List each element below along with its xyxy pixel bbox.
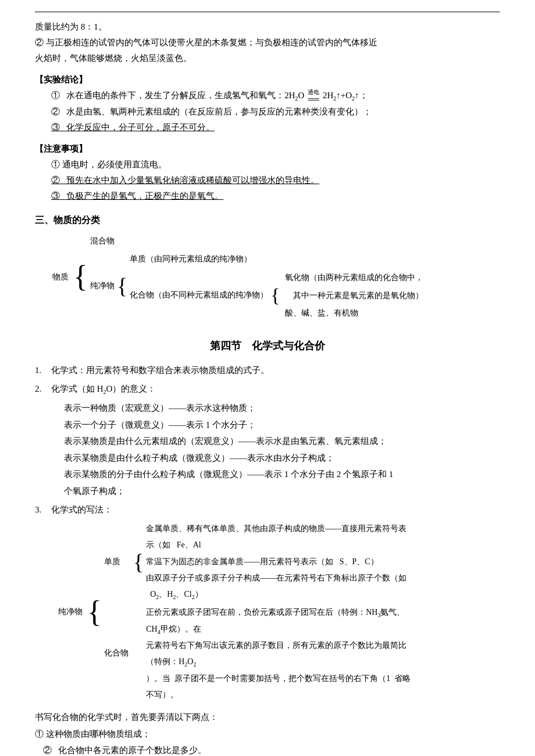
item3-num: 3.	[35, 501, 51, 518]
suanjianyan-label: 酸、碱、盐、有机物	[285, 304, 423, 321]
notice-item2: ② 预先在水中加入少量氢氧化钠溶液或稀硫酸可以增强水的导电性。	[51, 173, 500, 188]
para1-item1: ① 这种物质由哪种物质组成；	[35, 726, 500, 743]
item1-row: 1. 化学式：用元素符号和数字组合来表示物质组成的式子。	[35, 362, 500, 379]
notice-item3: ③ 负极产生的是氢气，正极产生的是氧气。	[51, 188, 500, 204]
hunhe-label: 混合物	[90, 232, 115, 250]
conclusion-item3: ③ 化学反应中，分子可分，原子不可分。	[51, 120, 500, 135]
notice-section: 【注意事项】 ① 通电时，必须使用直流电。 ② 预先在水中加入少量氢氧化钠溶液或…	[35, 141, 500, 204]
danzhi-brace: {	[131, 521, 146, 603]
item2-sub2: 表示一个分子（微观意义）——表示 1 个水分子；	[64, 417, 500, 433]
sub-brace: {	[115, 250, 130, 321]
intro-line2: ② 与正极相连的试管内的气体可以使带火星的木条复燃；与负极相连的试管内的气体移近	[35, 35, 500, 51]
chunjing-label: 纯净物	[90, 250, 115, 321]
intro-line3: 火焰时，气体能够燃烧，火焰呈淡蓝色。	[35, 51, 500, 66]
notice-item1: ① 通电时，必须使用直流电。	[51, 157, 500, 173]
intro-line1: 质量比约为 8：1。	[35, 19, 500, 35]
item3-row: 3. 化学式的写法：	[35, 501, 500, 518]
top-divider	[35, 12, 500, 12]
item2-sub1: 表示一种物质（宏观意义）——表示水这种物质；	[64, 400, 500, 417]
conclusion-title: 【实验结论】	[35, 72, 500, 88]
huahewu-text2: 元素符号右下角写出该元素的原子数目，所有元素的原子个数比为最简比（特例：H2O2…	[146, 637, 413, 703]
item2-row: 2. 化学式（如 H2O）的意义：	[35, 381, 500, 397]
classify-diagram: 物质 { 混合物 纯净物 { 单质（由同种元素组成的纯净物） 化合物（由不同种元…	[52, 232, 500, 321]
conclusion-item1: ① 水在通电的条件下，发生了分解反应，生成氢气和氧气：2H2O 通电 ══ 2H…	[51, 88, 500, 104]
intro-section: 质量比约为 8：1。 ② 与正极相连的试管内的气体可以使带火星的木条复燃；与负极…	[35, 19, 500, 66]
chunjing-brace: {	[85, 521, 104, 703]
main-brace: {	[71, 232, 90, 321]
danzhi-label: 单质（由同种元素组成的纯净物）	[130, 250, 268, 268]
classify-table: 物质 { 混合物 纯净物 { 单质（由同种元素组成的纯净物） 化合物（由不同种元…	[52, 232, 423, 321]
huahewu-label: 化合物（由不同种元素组成的纯净物）	[130, 269, 268, 321]
item2-sub4: 表示某物质是由什么粒子构成（微观意义）——表示水由水分子构成；	[64, 450, 500, 467]
danzhi-row2: 常温下为固态的非金属单质——用元素符号表示（如 S、P、C）	[146, 554, 413, 570]
section4-title: 第四节 化学式与化合价	[35, 339, 500, 353]
yanghuawu-line1: 氧化物（由两种元素组成的化合物中，	[283, 269, 423, 287]
conclusion-item2: ② 水是由氢、氧两种元素组成的（在反应前后，参与反应的元素种类没有变化）；	[51, 104, 500, 120]
formula-tree: 纯净物 { 单质 { 金属单质、稀有气体单质、其他由原子构成的物质——直接用元素…	[58, 521, 500, 703]
item1-num: 1.	[35, 362, 51, 379]
compound-brace: {	[268, 269, 282, 321]
huahewu-tree-label: 化合物	[104, 603, 131, 703]
para1-item2: ② 化合物中各元素的原子个数比是多少。	[43, 742, 500, 756]
conclusion-section: 【实验结论】 ① 水在通电的条件下，发生了分解反应，生成氢气和氧气：2H2O 通…	[35, 72, 500, 135]
item2-sub3: 表示某物质是由什么元素组成的（宏观意义）——表示水是由氢元素、氧元素组成；	[64, 433, 500, 450]
chunjing-tree-label: 纯净物	[58, 521, 85, 703]
item2-sub5: 表示某物质的分子由什么粒子构成（微观意义）——表示 1 个水分子由 2 个氢原子…	[64, 466, 500, 483]
item2-sub6: 个氧原子构成；	[64, 483, 500, 500]
yanghuawu-sub1: 其中一种元素是氧元素的是氧化物）	[285, 287, 423, 304]
notice-title: 【注意事项】	[35, 141, 500, 157]
wuzhi-label: 物质	[52, 232, 71, 321]
yanghuawu-line2: 其中一种元素是氧元素的是氧化物） 酸、碱、盐、有机物	[283, 287, 423, 321]
danzhi-row1: 金属单质、稀有气体单质、其他由原子构成的物质——直接用元素符号表示（如 Fe、A…	[146, 521, 413, 554]
danzhi-tree-label: 单质	[104, 521, 131, 603]
danzhi-row3: 由双原子分子或多原子分子构成——在元素符号右下角标出原子个数（如 O2、H2、C…	[146, 570, 413, 603]
section3-title: 三、物质的分类	[35, 214, 500, 227]
huahewu-text1: 正价元素或原子团写在前，负价元素或原子团写在后（特例：NH3氨气、CH4甲烷）。…	[146, 603, 413, 638]
item2-num: 2.	[35, 381, 51, 397]
item3-text: 化学式的写法：	[51, 501, 500, 518]
para1-text: 书写化合物的化学式时，首先要弄清以下两点：	[35, 709, 500, 726]
item2-text: 化学式（如 H2O）的意义：	[51, 381, 500, 397]
item1-text: 化学式：用元素符号和数字组合来表示物质组成的式子。	[51, 362, 500, 379]
formula-table: 纯净物 { 单质 { 金属单质、稀有气体单质、其他由原子构成的物质——直接用元素…	[58, 521, 413, 703]
